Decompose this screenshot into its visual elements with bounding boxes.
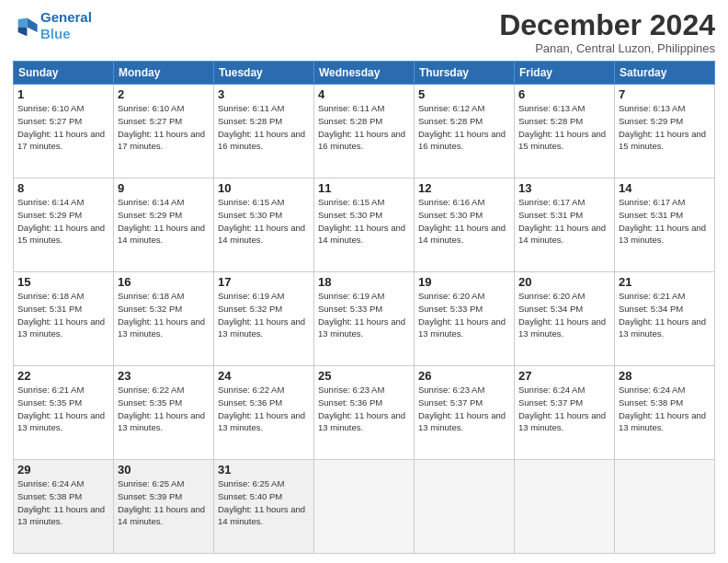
- col-wednesday: Wednesday: [314, 62, 415, 85]
- day-number: 25: [318, 369, 410, 383]
- day-number: 3: [218, 87, 310, 101]
- table-row: 26 Sunrise: 6:23 AM Sunset: 5:37 PM Dayl…: [415, 366, 515, 460]
- day-info: Sunrise: 6:25 AM Sunset: 5:39 PM Dayligh…: [118, 477, 210, 528]
- day-info: Sunrise: 6:19 AM Sunset: 5:32 PM Dayligh…: [218, 290, 310, 340]
- table-row: 17 Sunrise: 6:19 AM Sunset: 5:32 PM Dayl…: [214, 272, 314, 366]
- day-info: Sunrise: 6:15 AM Sunset: 5:30 PM Dayligh…: [318, 196, 410, 247]
- day-info: Sunrise: 6:18 AM Sunset: 5:31 PM Dayligh…: [17, 290, 109, 340]
- table-row: 5 Sunrise: 6:12 AM Sunset: 5:28 PM Dayli…: [415, 85, 515, 178]
- table-row: 23 Sunrise: 6:22 AM Sunset: 5:35 PM Dayl…: [114, 366, 214, 460]
- day-info: Sunrise: 6:25 AM Sunset: 5:40 PM Dayligh…: [218, 477, 310, 528]
- table-row: 11 Sunrise: 6:15 AM Sunset: 5:30 PM Dayl…: [314, 178, 415, 272]
- table-row: 27 Sunrise: 6:24 AM Sunset: 5:37 PM Dayl…: [515, 366, 615, 460]
- day-number: 16: [118, 275, 210, 289]
- day-number: 8: [17, 181, 109, 195]
- day-number: 6: [518, 87, 610, 101]
- svg-marker-2: [18, 18, 28, 28]
- day-info: Sunrise: 6:17 AM Sunset: 5:31 PM Dayligh…: [518, 196, 610, 247]
- table-row: 16 Sunrise: 6:18 AM Sunset: 5:32 PM Dayl…: [114, 272, 214, 366]
- col-sunday: Sunday: [14, 62, 114, 85]
- day-number: 9: [118, 181, 210, 195]
- table-row: 7 Sunrise: 6:13 AM Sunset: 5:29 PM Dayli…: [615, 85, 715, 178]
- day-info: Sunrise: 6:22 AM Sunset: 5:35 PM Dayligh…: [118, 384, 210, 434]
- table-row: 1 Sunrise: 6:10 AM Sunset: 5:27 PM Dayli…: [14, 85, 114, 178]
- calendar-table: Sunday Monday Tuesday Wednesday Thursday…: [13, 61, 715, 554]
- day-info: Sunrise: 6:21 AM Sunset: 5:34 PM Dayligh…: [619, 290, 711, 340]
- day-number: 5: [418, 87, 510, 101]
- day-number: 2: [118, 87, 210, 101]
- day-number: 11: [318, 181, 410, 195]
- calendar-week-row: 22 Sunrise: 6:21 AM Sunset: 5:35 PM Dayl…: [14, 366, 715, 460]
- logo: General Blue: [13, 9, 92, 42]
- day-number: 18: [318, 275, 410, 289]
- day-info: Sunrise: 6:10 AM Sunset: 5:27 PM Dayligh…: [17, 102, 109, 153]
- col-tuesday: Tuesday: [214, 62, 314, 85]
- day-number: 17: [218, 275, 310, 289]
- page: General Blue December 2024 Panan, Centra…: [0, 0, 728, 563]
- day-info: Sunrise: 6:19 AM Sunset: 5:33 PM Dayligh…: [318, 290, 410, 340]
- table-row: 31 Sunrise: 6:25 AM Sunset: 5:40 PM Dayl…: [214, 460, 314, 554]
- day-info: Sunrise: 6:20 AM Sunset: 5:33 PM Dayligh…: [418, 290, 510, 340]
- day-info: Sunrise: 6:14 AM Sunset: 5:29 PM Dayligh…: [118, 196, 210, 247]
- table-row: 29 Sunrise: 6:24 AM Sunset: 5:38 PM Dayl…: [14, 460, 114, 554]
- day-number: 26: [418, 369, 510, 383]
- table-row: 10 Sunrise: 6:15 AM Sunset: 5:30 PM Dayl…: [214, 178, 314, 272]
- calendar-week-row: 1 Sunrise: 6:10 AM Sunset: 5:27 PM Dayli…: [14, 85, 715, 178]
- day-info: Sunrise: 6:15 AM Sunset: 5:30 PM Dayligh…: [218, 196, 310, 247]
- table-row: 18 Sunrise: 6:19 AM Sunset: 5:33 PM Dayl…: [314, 272, 415, 366]
- col-saturday: Saturday: [615, 62, 715, 85]
- day-info: Sunrise: 6:23 AM Sunset: 5:36 PM Dayligh…: [318, 384, 410, 434]
- day-info: Sunrise: 6:11 AM Sunset: 5:28 PM Dayligh…: [318, 102, 410, 153]
- calendar-week-row: 29 Sunrise: 6:24 AM Sunset: 5:38 PM Dayl…: [14, 460, 715, 554]
- table-row: [314, 460, 415, 554]
- day-info: Sunrise: 6:16 AM Sunset: 5:30 PM Dayligh…: [418, 196, 510, 247]
- day-number: 20: [518, 275, 610, 289]
- table-row: 20 Sunrise: 6:20 AM Sunset: 5:34 PM Dayl…: [515, 272, 615, 366]
- day-number: 4: [318, 87, 410, 101]
- day-number: 10: [218, 181, 310, 195]
- day-info: Sunrise: 6:20 AM Sunset: 5:34 PM Dayligh…: [518, 290, 610, 340]
- table-row: 22 Sunrise: 6:21 AM Sunset: 5:35 PM Dayl…: [14, 366, 114, 460]
- day-number: 22: [17, 369, 109, 383]
- title-block: December 2024 Panan, Central Luzon, Phil…: [499, 9, 715, 55]
- day-info: Sunrise: 6:11 AM Sunset: 5:28 PM Dayligh…: [218, 102, 310, 153]
- day-info: Sunrise: 6:21 AM Sunset: 5:35 PM Dayligh…: [17, 384, 109, 434]
- month-title: December 2024: [499, 9, 715, 41]
- day-number: 13: [518, 181, 610, 195]
- day-number: 15: [17, 275, 109, 289]
- day-info: Sunrise: 6:24 AM Sunset: 5:37 PM Dayligh…: [518, 384, 610, 434]
- day-number: 7: [619, 87, 711, 101]
- calendar-week-row: 8 Sunrise: 6:14 AM Sunset: 5:29 PM Dayli…: [14, 178, 715, 272]
- logo-text: General Blue: [40, 9, 92, 42]
- day-number: 19: [418, 275, 510, 289]
- table-row: 8 Sunrise: 6:14 AM Sunset: 5:29 PM Dayli…: [14, 178, 114, 272]
- location: Panan, Central Luzon, Philippines: [499, 41, 715, 55]
- table-row: [415, 460, 515, 554]
- table-row: 2 Sunrise: 6:10 AM Sunset: 5:27 PM Dayli…: [114, 85, 214, 178]
- day-info: Sunrise: 6:13 AM Sunset: 5:29 PM Dayligh…: [619, 102, 711, 153]
- header: General Blue December 2024 Panan, Centra…: [13, 9, 715, 55]
- col-monday: Monday: [114, 62, 214, 85]
- day-info: Sunrise: 6:18 AM Sunset: 5:32 PM Dayligh…: [118, 290, 210, 340]
- day-info: Sunrise: 6:10 AM Sunset: 5:27 PM Dayligh…: [118, 102, 210, 153]
- table-row: 28 Sunrise: 6:24 AM Sunset: 5:38 PM Dayl…: [615, 366, 715, 460]
- col-friday: Friday: [515, 62, 615, 85]
- table-row: 9 Sunrise: 6:14 AM Sunset: 5:29 PM Dayli…: [114, 178, 214, 272]
- day-number: 28: [619, 369, 711, 383]
- day-number: 31: [218, 463, 310, 477]
- day-info: Sunrise: 6:14 AM Sunset: 5:29 PM Dayligh…: [17, 196, 109, 247]
- day-number: 23: [118, 369, 210, 383]
- table-row: 19 Sunrise: 6:20 AM Sunset: 5:33 PM Dayl…: [415, 272, 515, 366]
- day-info: Sunrise: 6:23 AM Sunset: 5:37 PM Dayligh…: [418, 384, 510, 434]
- day-info: Sunrise: 6:24 AM Sunset: 5:38 PM Dayligh…: [619, 384, 711, 434]
- day-number: 12: [418, 181, 510, 195]
- day-info: Sunrise: 6:17 AM Sunset: 5:31 PM Dayligh…: [619, 196, 711, 247]
- table-row: [515, 460, 615, 554]
- day-number: 14: [619, 181, 711, 195]
- day-number: 29: [17, 463, 109, 477]
- table-row: 6 Sunrise: 6:13 AM Sunset: 5:28 PM Dayli…: [515, 85, 615, 178]
- day-info: Sunrise: 6:22 AM Sunset: 5:36 PM Dayligh…: [218, 384, 310, 434]
- day-number: 27: [518, 369, 610, 383]
- table-row: 13 Sunrise: 6:17 AM Sunset: 5:31 PM Dayl…: [515, 178, 615, 272]
- logo-icon: [13, 13, 39, 39]
